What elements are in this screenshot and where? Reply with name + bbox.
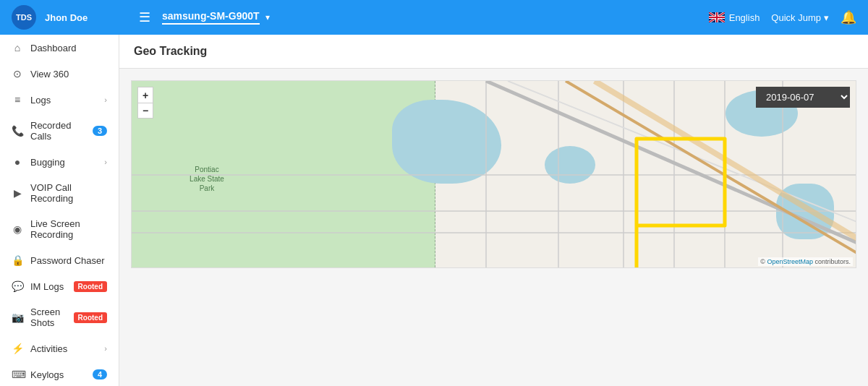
map-attribution: © OpenStreetMap contributors. (758, 257, 853, 266)
sidebar-label-recorded-calls: Recorded Calls (30, 120, 85, 142)
sidebar-item-view360[interactable]: ⊙View 360 (0, 61, 119, 87)
badge-screenshots: Rooted (74, 312, 107, 323)
password-chaser-icon: 🔒 (12, 254, 23, 266)
arrow-logs: › (104, 95, 107, 104)
live-screen-icon: ◉ (12, 223, 23, 235)
sidebar-item-activities[interactable]: ⚡Activities› (0, 335, 119, 361)
sidebar-item-logs[interactable]: ≡Logs› (0, 87, 119, 113)
header-left: TDS Jhon Doe (12, 5, 127, 30)
user-name: Jhon Doe (45, 12, 88, 23)
device-selector[interactable]: samsung-SM-G900T (162, 10, 260, 25)
recorded-calls-icon: 📞 (12, 125, 23, 137)
svg-line-20 (566, 81, 856, 267)
sidebar-label-password-chaser: Password Chaser (30, 255, 107, 266)
hamburger-icon[interactable]: ☰ (139, 9, 150, 25)
logs-icon: ≡ (12, 94, 23, 106)
badge-im-logs: Rooted (74, 281, 107, 292)
sidebar-label-keylogs: Keylogs (30, 369, 85, 380)
map-inner[interactable]: PontiacLake StatePark (132, 81, 856, 267)
im-logs-icon: 💬 (12, 280, 23, 292)
keylogs-icon: ⌨ (12, 369, 23, 380)
zoom-out-button[interactable]: − (137, 103, 153, 119)
screenshots-icon: 📷 (12, 312, 23, 323)
page-title: Geo Tracking (119, 35, 868, 69)
arrow-bugging: › (104, 158, 107, 166)
badge-recorded-calls: 3 (93, 126, 107, 136)
chevron-down-icon: ▾ (824, 12, 829, 23)
map-controls: + − (137, 87, 153, 119)
sidebar-label-bugging: Bugging (30, 157, 97, 168)
sidebar-item-voip[interactable]: ▶VOIP Call Recording (0, 175, 119, 211)
sidebar-label-dashboard: Dashboard (30, 43, 107, 53)
svg-rect-8 (716, 12, 718, 22)
map-svg (132, 81, 856, 267)
sidebar-item-live-screen[interactable]: ◉Live Screen Recording (0, 211, 119, 247)
sidebar-label-activities: Activities (30, 343, 97, 354)
chevron-down-icon[interactable]: ▾ (265, 12, 270, 22)
sidebar-label-im-logs: IM Logs (30, 281, 67, 292)
zoom-in-button[interactable]: + (137, 87, 153, 103)
sidebar-item-im-logs[interactable]: 💬IM LogsRooted (0, 273, 119, 299)
osm-link[interactable]: OpenStreetMap (767, 258, 813, 265)
badge-keylogs: 4 (93, 369, 107, 379)
notification-bell-icon[interactable]: 🔔 (841, 9, 856, 25)
bugging-icon: ● (12, 156, 23, 168)
arrow-activities: › (104, 344, 107, 353)
sidebar-label-logs: Logs (30, 95, 97, 106)
sidebar-label-view360: View 360 (30, 69, 107, 80)
view360-icon: ⊙ (12, 68, 23, 80)
quick-jump-button[interactable]: Quick Jump ▾ (771, 12, 829, 23)
sidebar-label-screenshots: Screen Shots (30, 306, 67, 328)
main-content: Geo Tracking PontiacLake StatePark (119, 35, 868, 386)
language-label: English (729, 12, 760, 23)
sidebar-item-bugging[interactable]: ●Bugging› (0, 149, 119, 175)
date-dropdown[interactable]: 2019-06-07 (756, 87, 850, 108)
voip-icon: ▶ (12, 187, 23, 199)
language-selector[interactable]: English (709, 12, 760, 23)
map-container: PontiacLake StatePark (131, 80, 856, 268)
sidebar-item-keylogs[interactable]: ⌨Keylogs4 (0, 361, 119, 386)
sidebar-label-live-screen: Live Screen Recording (30, 218, 107, 240)
sidebar-item-recorded-calls[interactable]: 📞Recorded Calls3 (0, 113, 119, 149)
main-layout: ⌂Dashboard⊙View 360≡Logs›📞Recorded Calls… (0, 35, 868, 386)
app-header: TDS Jhon Doe ☰ samsung-SM-G900T ▾ Englis… (0, 0, 868, 35)
avatar: TDS (12, 5, 36, 30)
sidebar-label-voip: VOIP Call Recording (30, 182, 107, 204)
sidebar: ⌂Dashboard⊙View 360≡Logs›📞Recorded Calls… (0, 35, 119, 386)
date-selector[interactable]: 2019-06-07 (756, 87, 850, 108)
header-right: English Quick Jump ▾ 🔔 (709, 9, 856, 25)
sidebar-item-password-chaser[interactable]: 🔒Password Chaser (0, 247, 119, 273)
sidebar-item-screenshots[interactable]: 📷Screen ShotsRooted (0, 299, 119, 335)
flag-icon (709, 12, 725, 22)
sidebar-item-dashboard[interactable]: ⌂Dashboard (0, 35, 119, 61)
dashboard-icon: ⌂ (12, 42, 23, 53)
activities-icon: ⚡ (12, 343, 23, 354)
header-center: ☰ samsung-SM-G900T ▾ (127, 9, 709, 25)
